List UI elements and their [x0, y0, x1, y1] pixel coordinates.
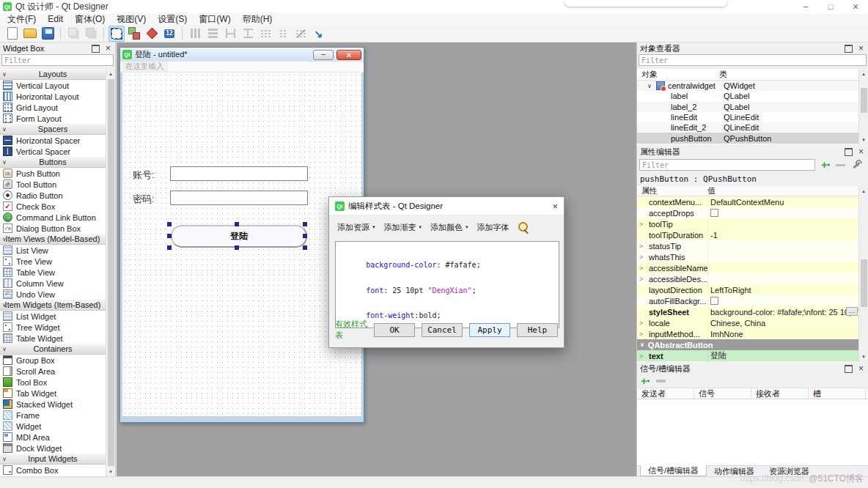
widget-item[interactable]: Frame [0, 410, 106, 421]
form-close-button[interactable] [336, 50, 361, 60]
widget-item[interactable]: Tool Button [0, 179, 106, 190]
widget-item[interactable]: Dialog Button Box [0, 223, 106, 234]
widget-item[interactable]: Push Button [0, 168, 106, 179]
widget-item[interactable]: Combo Box [0, 465, 106, 476]
property-value[interactable] [707, 262, 858, 273]
form-minimize-button[interactable] [313, 50, 334, 60]
add-button[interactable]: 添加渐变 [382, 221, 424, 234]
menu-item[interactable]: 帮助(H) [237, 13, 279, 26]
property-value[interactable]: -1 [707, 229, 858, 240]
minimize-button[interactable] [793, 0, 818, 13]
widget-category-header[interactable]: Layouts [0, 69, 106, 80]
column-object[interactable]: 对象 [637, 69, 719, 80]
scroll-thumb[interactable] [861, 88, 867, 113]
scroll-up-arrow[interactable] [859, 186, 868, 196]
expand-arrow-icon[interactable] [639, 330, 643, 338]
dialog-close-icon[interactable] [552, 201, 558, 212]
layout-form-icon[interactable] [275, 26, 291, 42]
add-button[interactable]: 添加字体 [475, 221, 512, 234]
chevron-down-icon[interactable] [647, 83, 656, 89]
form-titlebar[interactable]: 登陆 - untitled* [120, 48, 364, 62]
widget-item[interactable]: Horizontal Layout [0, 91, 106, 102]
widget-category-header[interactable]: Buttons [0, 157, 106, 168]
widget-category-header[interactable]: Containers [0, 344, 106, 355]
property-value[interactable]: DefaultContextMenu [707, 196, 858, 207]
property-row[interactable]: locale Chinese, China [637, 317, 858, 328]
scroll-up-arrow[interactable] [106, 69, 115, 78]
property-row[interactable]: accessibleDes... [637, 273, 858, 284]
property-value[interactable] [707, 273, 858, 284]
bottom-tab[interactable]: 资源浏览器 [762, 466, 817, 476]
widget-item[interactable]: Widget [0, 421, 106, 432]
column-value[interactable]: 值 [707, 185, 716, 196]
float-panel-icon[interactable] [845, 45, 853, 52]
scroll-down-arrow[interactable] [859, 135, 868, 144]
widget-item[interactable]: Tree Widget [0, 322, 106, 333]
property-table-scrollbar[interactable] [858, 186, 868, 361]
scroll-thumb[interactable] [108, 79, 114, 466]
widget-item[interactable]: Table View [0, 267, 106, 278]
property-row[interactable]: autoFillBackgr... [637, 295, 858, 306]
widget-item[interactable]: Vertical Spacer [0, 146, 106, 157]
expand-arrow-icon[interactable] [639, 352, 643, 360]
widget-item[interactable]: Vertical Layout [0, 80, 106, 91]
close-button[interactable] [843, 0, 868, 13]
dropdown-arrow-icon[interactable] [466, 224, 468, 230]
widget-category-header[interactable]: Spacers [0, 124, 106, 135]
type-here-placeholder[interactable]: 在这里输入 [122, 62, 168, 72]
menu-item[interactable]: 窗口(W) [193, 13, 236, 26]
edit-tab-order-icon[interactable] [161, 26, 177, 42]
property-row[interactable]: whatsThis [637, 251, 858, 262]
preview-magnifier-icon[interactable] [518, 221, 530, 234]
expand-arrow-icon[interactable] [639, 265, 643, 272]
selection-handle[interactable] [167, 222, 172, 226]
object-tree-scrollbar[interactable] [858, 69, 868, 144]
float-panel-icon[interactable] [92, 45, 100, 52]
widget-item[interactable]: Horizontal Spacer [0, 135, 106, 146]
widget-item[interactable]: Undo View [0, 289, 106, 300]
account-lineedit[interactable] [170, 166, 308, 181]
bottom-tab[interactable]: 动作编辑器 [707, 466, 762, 476]
ellipsis-button[interactable] [846, 307, 858, 316]
save-icon[interactable] [40, 26, 56, 42]
column-header[interactable]: 信号 [694, 388, 751, 399]
expand-arrow-icon[interactable] [639, 243, 643, 250]
scroll-down-arrow[interactable] [859, 352, 868, 361]
widget-item[interactable]: Form Layout [0, 113, 106, 124]
object-row[interactable]: lineEdit_2 QLineEdit [637, 122, 858, 133]
widget-item[interactable]: Dock Widget [0, 443, 106, 454]
widget-item[interactable]: Table Widget [0, 333, 106, 344]
add-property-icon[interactable] [821, 160, 830, 169]
property-row[interactable]: text 登陆 [637, 350, 858, 361]
checkbox[interactable] [710, 297, 718, 305]
property-row[interactable]: toolTip [637, 218, 858, 229]
column-header[interactable]: 接收者 [751, 388, 809, 399]
property-value[interactable] [707, 207, 858, 218]
property-filter-input[interactable] [639, 159, 815, 171]
property-value[interactable] [707, 251, 858, 262]
property-row[interactable]: acceptDrops [637, 207, 858, 218]
property-value[interactable]: Chinese, China [707, 317, 858, 328]
close-panel-icon[interactable] [857, 148, 865, 155]
break-layout-icon[interactable] [293, 26, 309, 42]
widget-item[interactable]: List Widget [0, 311, 106, 322]
menu-item[interactable]: 文件(F) [1, 13, 42, 26]
stylesheet-text-editor[interactable]: background-color: #fafafe; font: 25 10pt… [335, 241, 559, 328]
checkbox[interactable] [710, 209, 718, 217]
expand-arrow-icon[interactable] [639, 254, 643, 261]
property-value[interactable]: background-color: #fafafe;\nfont: 25 10p… [707, 306, 858, 317]
object-row[interactable]: pushButton QPushButton [637, 133, 858, 143]
expand-arrow-icon[interactable] [639, 276, 643, 283]
widget-item[interactable]: Scroll Area [0, 366, 106, 377]
property-row[interactable]: layoutDirection LeftToRight [637, 284, 858, 295]
maximize-button[interactable] [818, 0, 843, 13]
widget-item[interactable]: Tool Box [0, 377, 106, 388]
widget-item[interactable]: Column View [0, 278, 106, 289]
widget-item[interactable]: Tree View [0, 256, 106, 267]
layout-horizontal-icon[interactable] [187, 26, 203, 42]
login-button[interactable]: 登陆 [171, 225, 307, 248]
remove-connection-icon[interactable] [656, 380, 666, 382]
selection-handle[interactable] [167, 234, 172, 238]
dropdown-arrow-icon[interactable] [372, 224, 375, 230]
widget-item[interactable]: Radio Button [0, 190, 106, 201]
